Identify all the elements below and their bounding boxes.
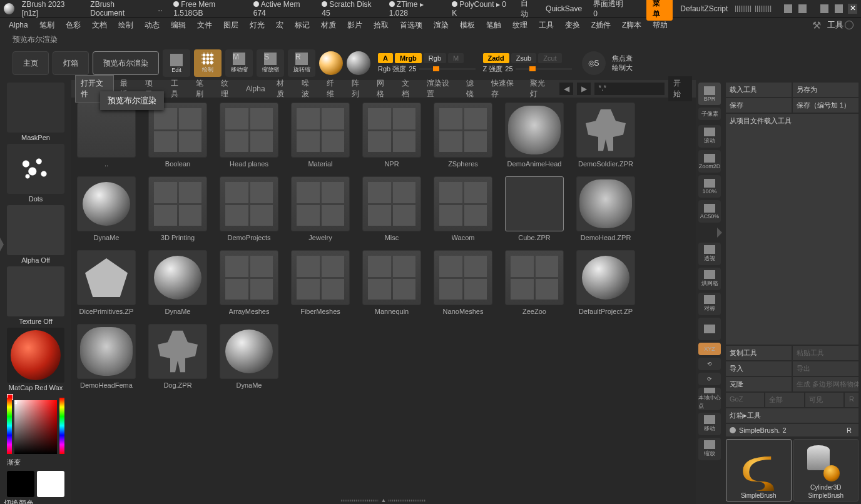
zscript-label[interactable]: DefaultZScript — [676, 3, 731, 15]
browser-item[interactable]: Mannequin — [362, 250, 422, 315]
browser-item[interactable]: Boolean — [148, 103, 208, 168]
swatch-black[interactable] — [7, 471, 34, 497]
subpixel-button[interactable]: 子像素 — [698, 108, 721, 120]
edit-mode-button[interactable]: Edit — [163, 49, 190, 77]
goz-button[interactable]: GoZ — [726, 393, 764, 407]
chip-rgb[interactable]: Rgb — [424, 53, 446, 63]
tool-cylinder3d[interactable]: Cylinder3D SimpleBrush — [793, 439, 859, 501]
browser-item[interactable]: NPR — [362, 103, 422, 168]
browser-item[interactable]: ArrayMeshes — [219, 250, 279, 315]
menu-zscript[interactable]: Z脚本 — [617, 18, 646, 33]
menu-alpha[interactable]: Alpha — [4, 19, 33, 31]
close-icon[interactable]: ✕ — [848, 4, 857, 14]
zoom-view-button[interactable]: 缩放 — [698, 438, 721, 460]
menu-edit[interactable]: 编辑 — [166, 18, 191, 33]
browser-item[interactable]: DemoSoldier.ZPR — [576, 103, 636, 168]
menu-light[interactable]: 灯光 — [245, 18, 270, 33]
browser-item[interactable]: Jewelry — [290, 176, 350, 241]
alpha-selector[interactable]: Alpha Off — [7, 205, 64, 265]
scale-mode-button[interactable]: S缩放缩 — [257, 49, 284, 77]
doc-title[interactable]: ZBrush Document — [86, 0, 150, 19]
color-picker-widget[interactable] — [7, 394, 64, 456]
save-button[interactable]: 保存 — [726, 98, 792, 113]
load-tool-button[interactable]: 载入工具 — [726, 83, 792, 97]
browser-item[interactable]: Wacom — [433, 176, 493, 241]
material-preview-1[interactable] — [319, 51, 343, 75]
drawsize-label[interactable]: 绘制大 — [612, 63, 633, 73]
maximize-icon[interactable] — [835, 4, 843, 13]
browser-item[interactable]: DemoHeadFema — [76, 324, 136, 389]
menu-draw[interactable]: 绘制 — [113, 18, 138, 33]
menu-preferences[interactable]: 首选项 — [395, 18, 427, 33]
menu-color[interactable]: 色彩 — [61, 18, 86, 33]
window-config-2-icon[interactable] — [798, 4, 807, 13]
browser-item[interactable]: DynaMe — [76, 176, 136, 241]
symmetry-button[interactable]: 对称 — [698, 293, 721, 315]
hue-strip-left[interactable] — [7, 398, 12, 454]
nav-prev-button[interactable]: ◀ — [559, 83, 573, 95]
boolean-preview-button[interactable]: 预览布尔渲染 — [93, 51, 159, 75]
browser-item[interactable]: 3D Printing — [148, 176, 208, 241]
browser-item[interactable]: Dog.ZPR — [148, 324, 208, 389]
switch-color-label[interactable]: 切换颜色 — [3, 498, 34, 504]
paste-tool-button[interactable]: 粘贴工具 — [793, 346, 858, 360]
camera-settings-button[interactable]: ◎S — [582, 51, 606, 75]
menu-material[interactable]: 材质 — [316, 18, 341, 33]
actual-size-button[interactable]: 100% — [698, 175, 721, 198]
tool-r-button[interactable]: R — [843, 426, 855, 435]
rotate-z-button[interactable]: ⟳ — [698, 373, 721, 385]
menu-dynamic[interactable]: 动态 — [140, 18, 165, 33]
menu-movie[interactable]: 影片 — [342, 18, 367, 33]
import-button[interactable]: 导入 — [726, 361, 792, 376]
browser-item[interactable]: Material — [290, 103, 350, 168]
menu-brush[interactable]: 笔刷 — [34, 18, 59, 33]
browser-item[interactable]: NanoMeshes — [433, 250, 493, 315]
browser-item[interactable]: DicePrimitives.ZP — [76, 250, 136, 315]
home-button[interactable]: 主页 — [13, 51, 49, 75]
ui-slider-2-icon[interactable] — [755, 6, 772, 12]
browser-item[interactable]: FiberMeshes — [290, 250, 350, 315]
chip-zsub[interactable]: Zsub — [511, 53, 536, 63]
color-picker[interactable]: 渐变 — [7, 394, 64, 468]
z-intensity-slider[interactable] — [516, 68, 572, 70]
menu-stencil[interactable]: 模板 — [455, 18, 480, 33]
browser-item[interactable]: Head planes — [219, 103, 279, 168]
lock-button[interactable] — [698, 318, 721, 340]
rgb-intensity-slider[interactable] — [419, 68, 476, 70]
menu-file[interactable]: 文件 — [192, 18, 217, 33]
menu-tool[interactable]: 工具 — [534, 18, 559, 33]
tab-alpha[interactable]: Alpha — [241, 82, 270, 96]
rotate-y-button[interactable]: ⟲ — [698, 358, 721, 370]
clone-button[interactable]: 克隆 — [726, 377, 792, 391]
material-preview-2[interactable] — [347, 51, 370, 75]
nav-next-button[interactable]: ▶ — [577, 83, 591, 95]
browser-item[interactable]: Misc — [362, 176, 422, 241]
browser-item[interactable]: ZeeZoo — [504, 250, 564, 315]
dotdot[interactable]: .. — [155, 3, 166, 15]
current-tool-row[interactable]: SimpleBrush. 2 R — [726, 424, 858, 436]
load-from-project-button[interactable]: 从项目文件载入工具 — [726, 114, 858, 345]
save-increment-button[interactable]: 保存（编号加 1） — [793, 98, 858, 113]
goz-visible-button[interactable]: 可见 — [805, 393, 843, 407]
menu-picker[interactable]: 拾取 — [369, 18, 394, 33]
browser-item[interactable]: DemoProjects — [219, 176, 279, 241]
focus-label[interactable]: 焦点衰 — [612, 54, 633, 63]
filter-input[interactable]: *.* — [594, 83, 665, 95]
menu-transform[interactable]: 变换 — [560, 18, 585, 33]
chip-zadd[interactable]: Zadd — [483, 53, 509, 63]
make-polymesh-button[interactable]: 生成 多边形网格物体 — [793, 377, 858, 391]
window-config-1-icon[interactable] — [784, 4, 792, 13]
bpr-button[interactable]: BPR — [698, 83, 721, 105]
goz-r-button[interactable]: R — [845, 393, 858, 407]
move-mode-button[interactable]: M移动缩 — [225, 49, 253, 77]
menu-layer[interactable]: 图层 — [218, 18, 243, 33]
menu-marker[interactable]: 标记 — [290, 18, 315, 33]
resize-grip[interactable]: ▲ — [71, 496, 696, 504]
stroke-selector[interactable]: Dots — [7, 144, 64, 204]
browser-item[interactable]: Cube.ZPR — [504, 176, 564, 241]
chip-m[interactable]: M — [448, 53, 464, 63]
scroll-button[interactable]: 滚动 — [698, 125, 721, 148]
xyz-button[interactable]: XYZ — [698, 343, 721, 355]
save-as-button[interactable]: 另存为 — [793, 83, 858, 97]
minimize-icon[interactable] — [820, 4, 828, 13]
